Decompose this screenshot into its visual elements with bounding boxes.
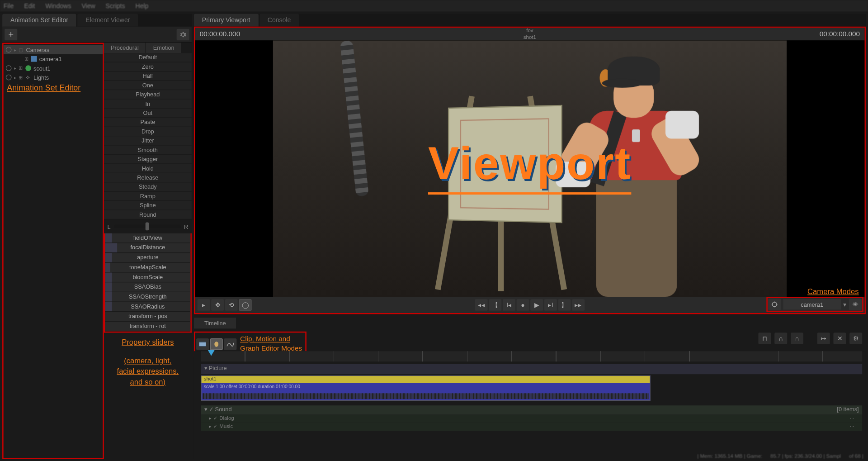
graph-editor-button[interactable]	[224, 338, 236, 350]
step-fwd-button[interactable]: ▸I	[544, 299, 557, 311]
tab-element-viewer[interactable]: Element Viewer	[77, 14, 138, 27]
track-label-sound[interactable]: ▾ ✓ Sound [0 items]	[201, 405, 862, 414]
menu-scripts[interactable]: Scripts	[106, 2, 125, 9]
preset-item[interactable]: Playhead	[104, 90, 192, 99]
animation-set-outline: ▸ ▢ Cameras ⊞ camera1 ▸ ⊞ scout1	[2, 43, 104, 459]
tree-item-cameras[interactable]: ▸ ▢ Cameras	[4, 45, 103, 54]
motion-editor-button[interactable]	[210, 338, 223, 350]
record-button[interactable]: ●	[517, 299, 529, 311]
menu-file[interactable]: File	[4, 2, 14, 9]
property-slider[interactable]: transform - rot	[105, 322, 190, 331]
manipulator-group: ▸ ✥ ⟲ ◯	[198, 299, 252, 311]
tab-animation-set-editor[interactable]: Animation Set Editor	[2, 14, 76, 27]
property-slider[interactable]: SSAOStrength	[105, 292, 190, 301]
tree-item-camera1[interactable]: ⊞ camera1	[4, 54, 103, 63]
camera-dropdown-icon[interactable]: ▾	[843, 300, 847, 308]
preset-item[interactable]: In	[104, 100, 192, 109]
camera-select[interactable]: camera1	[783, 299, 841, 309]
tab-console[interactable]: Console	[259, 14, 299, 27]
preset-item[interactable]: Zero	[104, 62, 192, 71]
preset-item[interactable]: Paste	[104, 118, 192, 127]
ffwd-button[interactable]: ▸▸	[572, 299, 585, 311]
timeline-ruler[interactable]	[201, 351, 862, 361]
mute-button[interactable]: ✕	[833, 333, 846, 344]
rotate-tool-button[interactable]: ⟲	[225, 299, 238, 311]
menu-help[interactable]: Help	[136, 2, 149, 9]
visibility-icon[interactable]	[6, 65, 12, 71]
play-button[interactable]: ▶	[530, 299, 543, 311]
preset-item[interactable]: Hold	[104, 164, 192, 173]
viewport-settings-button[interactable]	[849, 299, 862, 310]
prev-clip-button[interactable]: 【	[489, 299, 501, 311]
property-slider-list: fieldOfView focalDistance aperture toneM…	[104, 233, 192, 333]
step-back-button[interactable]: I◂	[503, 299, 515, 311]
playhead-icon[interactable]	[208, 350, 215, 356]
property-slider[interactable]: bloomScale	[105, 273, 190, 282]
lr-balance-slider[interactable]: L R	[104, 219, 192, 233]
preset-item[interactable]: Jitter	[104, 136, 192, 145]
menu-windows[interactable]: Windows	[45, 2, 71, 9]
orbit-tool-button[interactable]: ◯	[239, 299, 252, 311]
menu-bar[interactable]: File Edit Windows View Scripts Help	[0, 0, 868, 12]
timeline-gear-button[interactable]: ⚙	[849, 333, 862, 344]
expand-icon[interactable]: ▸	[14, 66, 16, 71]
track-picture[interactable]: ▾ Picture shot1 scale 1.00 offset 00:00:…	[201, 364, 862, 431]
property-slider[interactable]: aperture	[105, 253, 190, 262]
tab-procedural[interactable]: Procedural	[104, 43, 146, 53]
tab-primary-viewport[interactable]: Primary Viewport	[194, 14, 258, 27]
preset-item[interactable]: Out	[104, 109, 192, 118]
preset-item[interactable]: Steady	[104, 182, 192, 191]
skip-back-button[interactable]: ↦	[817, 333, 830, 344]
viewport-top-info: fov shot1	[524, 28, 536, 40]
menu-view[interactable]: View	[81, 2, 95, 9]
work-camera-button[interactable]	[768, 299, 781, 310]
svg-rect-4	[199, 346, 206, 347]
track-music[interactable]: ▸ ✓ Music···	[201, 423, 862, 431]
add-button[interactable]: +	[5, 29, 17, 40]
expand-box-icon[interactable]: ▢	[19, 47, 24, 52]
tree-item-scout1[interactable]: ▸ ⊞ scout1	[4, 63, 103, 72]
preset-item[interactable]: Half	[104, 71, 192, 81]
magnet-button[interactable]: ⊓	[758, 333, 771, 344]
tree-item-lights[interactable]: ▸ ⊞ ✧ Lights	[4, 73, 103, 82]
preset-item[interactable]: Spline	[104, 201, 192, 210]
property-slider[interactable]: focalDistance	[105, 243, 190, 252]
preset-item[interactable]: Drop	[104, 127, 192, 136]
rewind-button[interactable]: ◂◂	[475, 299, 488, 311]
preset-item[interactable]: Default	[104, 53, 192, 62]
expand-box-icon[interactable]: ⊞	[19, 75, 23, 81]
track-dialog[interactable]: ▸ ✓ Dialog···	[201, 415, 862, 423]
preset-item[interactable]: Smooth	[104, 146, 192, 155]
preset-item[interactable]: Round	[104, 210, 192, 219]
preset-item[interactable]: Release	[104, 173, 192, 182]
menu-edit[interactable]: Edit	[24, 2, 35, 9]
visibility-icon[interactable]	[6, 75, 12, 81]
property-slider[interactable]: fieldOfView	[105, 233, 190, 242]
settings-button[interactable]	[177, 29, 189, 40]
expand-box-icon[interactable]: ⊞	[24, 56, 29, 62]
shot-clip[interactable]: shot1 scale 1.00 offset 00:00:00 duratio…	[201, 375, 651, 401]
property-slider[interactable]: toneMapScale	[105, 263, 190, 272]
expand-box-icon[interactable]: ⊞	[19, 65, 23, 71]
property-slider[interactable]: SSAOBias	[105, 282, 190, 291]
headphones-button[interactable]: ∩	[791, 333, 803, 344]
snap-button[interactable]: ∩	[774, 333, 787, 344]
move-tool-button[interactable]: ✥	[211, 299, 224, 311]
slider-thumb-icon[interactable]	[146, 222, 149, 230]
clip-editor-button[interactable]	[196, 338, 209, 350]
preset-item[interactable]: One	[104, 81, 192, 90]
preset-item[interactable]: Ramp	[104, 192, 192, 201]
property-slider[interactable]: SSAORadius	[105, 302, 190, 311]
slider-track[interactable]	[114, 225, 180, 228]
visibility-icon[interactable]	[6, 47, 12, 52]
expand-icon[interactable]: ▸	[14, 47, 16, 52]
property-slider[interactable]: transform - pos	[105, 312, 190, 321]
preset-item[interactable]: Stagger	[104, 155, 192, 164]
tab-timeline[interactable]: Timeline	[194, 317, 236, 328]
select-tool-button[interactable]: ▸	[198, 299, 210, 311]
next-clip-button[interactable]: 】	[558, 299, 571, 311]
expand-icon[interactable]: ▸	[14, 75, 16, 80]
tab-emotion[interactable]: Emotion	[146, 43, 181, 53]
track-label-picture[interactable]: ▾ Picture	[201, 364, 862, 374]
viewport-render[interactable]: Viewport	[195, 40, 864, 297]
